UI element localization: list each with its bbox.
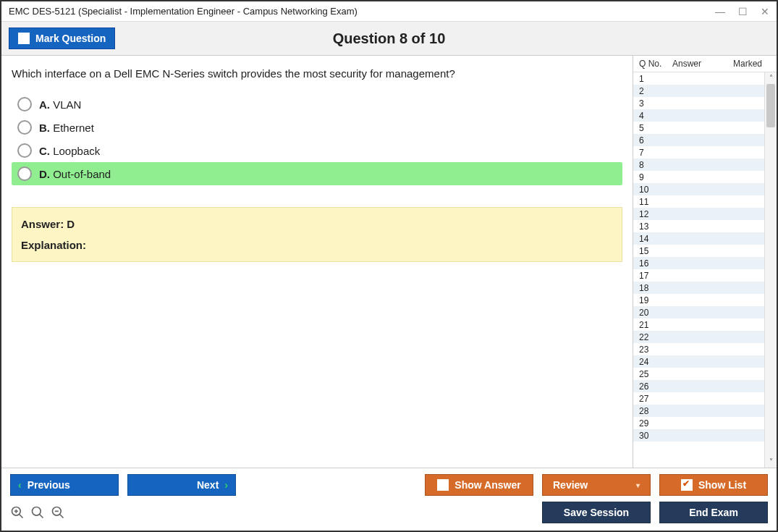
titlebar: EMC DES-5121 (Specialist - Implementatio… xyxy=(1,1,777,22)
show-answer-label: Show Answer xyxy=(454,479,520,491)
review-label: Review xyxy=(553,479,588,491)
minimize-icon[interactable]: — xyxy=(715,7,725,17)
question-list-row[interactable]: 11 xyxy=(633,195,764,208)
question-text: Which interface on a Dell EMC N-Series s… xyxy=(12,67,622,80)
scroll-down-icon[interactable]: ˅ xyxy=(765,456,777,468)
scrollbar[interactable]: ˄ ˅ xyxy=(764,72,777,468)
question-list-row[interactable]: 23 xyxy=(633,343,764,355)
chevron-down-icon: ▾ xyxy=(636,481,640,489)
option-row[interactable]: C. Loopback xyxy=(12,139,622,162)
scroll-up-icon[interactable]: ˄ xyxy=(765,72,777,84)
question-list-row[interactable]: 4 xyxy=(633,109,764,122)
radio-icon[interactable] xyxy=(17,143,32,158)
radio-icon[interactable] xyxy=(17,97,32,111)
question-list-row[interactable]: 5 xyxy=(633,122,764,134)
radio-icon[interactable] xyxy=(17,166,32,181)
col-answer: Answer xyxy=(672,59,723,69)
question-list-row[interactable]: 18 xyxy=(633,282,764,294)
question-list-row[interactable]: 27 xyxy=(633,392,764,405)
next-button[interactable]: Next › xyxy=(127,474,236,496)
previous-button[interactable]: ‹ Previous xyxy=(10,474,119,496)
question-list-row[interactable]: 7 xyxy=(633,146,764,159)
question-list-panel: Q No. Answer Marked 12345678910111213141… xyxy=(633,56,777,468)
question-list-row[interactable]: 29 xyxy=(633,417,764,429)
question-list-row[interactable]: 28 xyxy=(633,405,764,417)
answer-label: Answer: xyxy=(21,218,64,230)
end-exam-label: End Exam xyxy=(689,507,738,518)
option-text: D. Out-of-band xyxy=(39,168,111,180)
question-list-row[interactable]: 14 xyxy=(633,232,764,245)
zoom-in-icon[interactable] xyxy=(30,505,45,520)
review-dropdown[interactable]: Review ▾ xyxy=(542,474,651,496)
explanation-line: Explanation: xyxy=(21,239,613,251)
window-title: EMC DES-5121 (Specialist - Implementatio… xyxy=(9,6,358,17)
footer-row-2: Save Session End Exam xyxy=(10,502,768,523)
svg-line-1 xyxy=(20,515,23,518)
app-window: EMC DES-5121 (Specialist - Implementatio… xyxy=(0,0,778,532)
question-list-row[interactable]: 20 xyxy=(633,306,764,318)
show-answer-checkbox-icon xyxy=(437,479,449,491)
question-list-row[interactable]: 15 xyxy=(633,245,764,257)
question-list-row[interactable]: 6 xyxy=(633,134,764,146)
explanation-label: Explanation: xyxy=(21,239,86,251)
window-controls: — ☐ ✕ xyxy=(715,7,769,17)
option-row[interactable]: B. Ethernet xyxy=(12,116,622,139)
question-list: 1234567891011121314151617181920212223242… xyxy=(633,72,764,468)
option-row[interactable]: D. Out-of-band xyxy=(12,162,622,185)
svg-line-5 xyxy=(40,515,43,518)
question-list-row[interactable]: 24 xyxy=(633,355,764,368)
show-list-checkbox-icon xyxy=(681,479,693,491)
scroll-thumb[interactable] xyxy=(766,84,775,127)
question-list-row[interactable]: 30 xyxy=(633,429,764,442)
svg-line-7 xyxy=(60,515,64,518)
svg-point-4 xyxy=(33,507,41,516)
question-list-row[interactable]: 9 xyxy=(633,171,764,183)
close-icon[interactable]: ✕ xyxy=(761,7,769,17)
question-list-row[interactable]: 16 xyxy=(633,257,764,269)
mark-checkbox-icon xyxy=(18,33,30,44)
options-list: A. VLANB. EthernetC. LoopbackD. Out-of-b… xyxy=(12,93,622,185)
zoom-out-icon[interactable] xyxy=(51,505,65,520)
question-list-row[interactable]: 19 xyxy=(633,294,764,306)
question-list-row[interactable]: 17 xyxy=(633,269,764,282)
header-row: Mark Question Question 8 of 10 xyxy=(1,22,777,56)
col-marked: Marked xyxy=(723,59,772,69)
mark-question-label: Mark Question xyxy=(35,33,106,44)
question-list-wrap: 1234567891011121314151617181920212223242… xyxy=(633,72,777,468)
option-text: A. VLAN xyxy=(39,98,81,111)
body: Which interface on a Dell EMC N-Series s… xyxy=(1,56,777,468)
show-list-label: Show List xyxy=(698,479,746,491)
radio-icon[interactable] xyxy=(17,120,32,135)
previous-label: Previous xyxy=(28,479,70,491)
question-list-row[interactable]: 21 xyxy=(633,318,764,331)
save-session-button[interactable]: Save Session xyxy=(542,502,651,523)
question-list-row[interactable]: 13 xyxy=(633,220,764,232)
show-list-button[interactable]: Show List xyxy=(659,474,768,496)
question-list-row[interactable]: 1 xyxy=(633,72,764,85)
zoom-reset-icon[interactable] xyxy=(10,505,25,520)
question-list-header: Q No. Answer Marked xyxy=(633,56,777,72)
question-counter: Question 8 of 10 xyxy=(333,30,446,47)
zoom-controls xyxy=(10,505,65,520)
question-list-row[interactable]: 22 xyxy=(633,331,764,343)
option-text: C. Loopback xyxy=(39,145,100,157)
question-list-row[interactable]: 25 xyxy=(633,368,764,380)
question-list-row[interactable]: 10 xyxy=(633,183,764,195)
question-list-row[interactable]: 2 xyxy=(633,85,764,97)
question-list-row[interactable]: 8 xyxy=(633,159,764,171)
footer: ‹ Previous Next › Show Answer Review ▾ S… xyxy=(1,468,777,531)
question-list-row[interactable]: 26 xyxy=(633,380,764,392)
maximize-icon[interactable]: ☐ xyxy=(738,7,748,17)
option-row[interactable]: A. VLAN xyxy=(12,93,622,116)
mark-question-button[interactable]: Mark Question xyxy=(9,28,115,49)
show-answer-button[interactable]: Show Answer xyxy=(425,474,533,496)
answer-panel: Answer: D Explanation: xyxy=(12,207,622,262)
question-list-row[interactable]: 12 xyxy=(633,208,764,220)
end-exam-button[interactable]: End Exam xyxy=(659,502,768,523)
col-qno: Q No. xyxy=(639,59,672,69)
answer-value: D xyxy=(67,218,75,230)
chevron-right-icon: › xyxy=(224,479,228,491)
footer-row-1: ‹ Previous Next › Show Answer Review ▾ S… xyxy=(10,474,768,496)
question-list-row[interactable]: 3 xyxy=(633,97,764,109)
next-label: Next xyxy=(197,479,219,491)
